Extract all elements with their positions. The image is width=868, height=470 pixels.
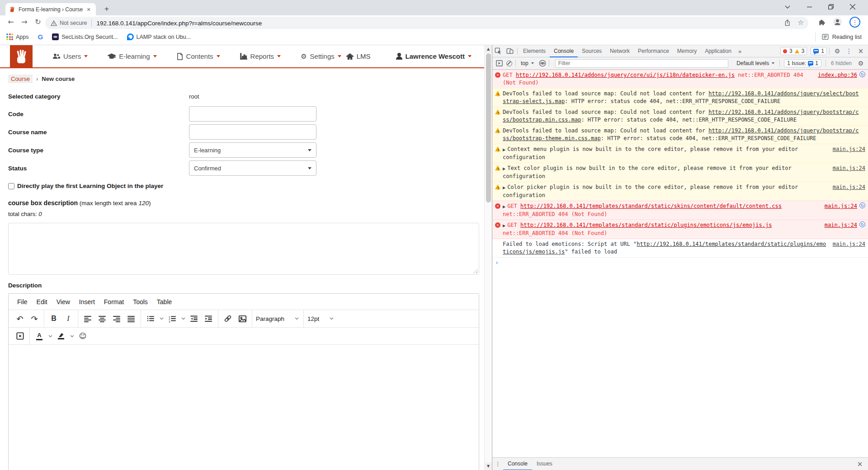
menu-tools[interactable]: Tools <box>129 296 152 307</box>
menu-file[interactable]: File <box>13 296 32 307</box>
more-tabs-icon[interactable]: » <box>736 48 744 55</box>
source-location-link[interactable]: main.js:24 <box>833 183 865 191</box>
new-tab-button[interactable]: + <box>101 4 112 14</box>
outdent-icon[interactable] <box>187 312 201 325</box>
browser-tab[interactable]: Forma E-learning › Course × <box>5 3 96 15</box>
tab-sources[interactable]: Sources <box>578 45 606 57</box>
log-levels-selector[interactable]: Default levels <box>733 60 778 66</box>
source-location-link[interactable]: main.js:24 <box>833 146 865 153</box>
drawer-close-icon[interactable]: × <box>854 460 865 468</box>
reload-icon[interactable]: ↻ <box>33 17 43 28</box>
box-description-textarea[interactable] <box>8 223 479 275</box>
tab-application[interactable]: Application <box>701 45 736 57</box>
bookmark-lamp[interactable]: LAMP stack on Ubu... <box>127 33 191 40</box>
undo-icon[interactable]: ↶ <box>13 312 27 325</box>
error-warning-badge[interactable]: 3 3 <box>780 47 807 55</box>
font-color-chevron-icon[interactable] <box>47 329 53 343</box>
nav-contents[interactable]: Contents <box>177 52 220 60</box>
breadcrumb-course-link[interactable]: Course <box>8 75 33 83</box>
bold-button[interactable]: B <box>47 312 61 325</box>
devtools-settings-gear-icon[interactable]: ⚙ <box>832 47 843 55</box>
menu-table[interactable]: Table <box>153 296 176 307</box>
nav-lms-home[interactable]: LMS <box>346 52 371 60</box>
scrollbar-thumb[interactable] <box>486 53 491 202</box>
fontsize-select[interactable]: 12pt <box>304 310 338 327</box>
nav-settings[interactable]: ⚙ Settings <box>301 52 341 61</box>
live-expression-eye-icon[interactable] <box>538 58 547 68</box>
nav-reports[interactable]: Reports <box>240 52 281 60</box>
align-center-icon[interactable] <box>95 312 109 325</box>
issues-counter[interactable]: 1 Issue: 1 <box>784 59 821 67</box>
browser-menu-icon[interactable]: ⋮ <box>849 17 860 28</box>
nav-user-menu[interactable]: Lawrence Wescott <box>396 52 472 60</box>
editor-content-area[interactable] <box>9 345 479 470</box>
menu-edit[interactable]: Edit <box>33 296 52 307</box>
menu-view[interactable]: View <box>52 296 74 307</box>
clear-console-icon[interactable] <box>504 58 514 68</box>
status-select[interactable]: Confirmed <box>189 160 316 176</box>
page-scrollbar[interactable]: ▲ ▼ <box>484 45 492 470</box>
context-selector[interactable]: top <box>517 60 538 66</box>
tab-search-chevron-icon[interactable] <box>778 0 797 14</box>
highlight-color-chevron-icon[interactable] <box>69 329 75 343</box>
inspect-element-icon[interactable] <box>492 45 504 57</box>
devtools-close-icon[interactable]: × <box>855 47 866 55</box>
embed-media-icon[interactable] <box>13 329 27 343</box>
resize-handle[interactable] <box>473 268 478 273</box>
security-label[interactable]: Not secure <box>60 20 87 26</box>
console-url-link[interactable]: http://192.168.0.141/templates/standard/… <box>520 203 782 209</box>
paragraph-select[interactable]: Paragraph <box>252 310 304 327</box>
scroll-up-arrow[interactable]: ▲ <box>485 45 492 53</box>
redo-icon[interactable]: ↷ <box>28 312 41 325</box>
url-text[interactable]: 192.168.0.141/appCore/index.php?r=alms/c… <box>96 20 262 27</box>
apps-shortcut[interactable]: Apps <box>6 33 29 40</box>
autoplay-checkbox[interactable] <box>8 183 14 189</box>
code-input[interactable] <box>189 106 316 122</box>
nav-elearning[interactable]: E-learning <box>108 52 156 60</box>
console-url-link[interactable]: http://192.168.0.141/templates/standard/… <box>503 241 826 255</box>
course-name-input[interactable] <box>189 124 316 140</box>
source-location-link[interactable]: main.js:24 <box>833 164 865 172</box>
restore-button[interactable] <box>822 0 840 14</box>
address-bar[interactable]: Not secure 192.168.0.141/appCore/index.p… <box>45 17 808 29</box>
device-toolbar-icon[interactable] <box>504 45 516 57</box>
extensions-puzzle-icon[interactable] <box>817 18 826 28</box>
console-settings-gear-icon[interactable]: ⚙ <box>855 60 866 67</box>
tab-close-icon[interactable]: × <box>85 6 92 13</box>
link-icon[interactable] <box>221 312 235 325</box>
devtools-menu-icon[interactable]: ⋮ <box>844 47 854 55</box>
console-prompt[interactable]: › <box>492 258 868 268</box>
initiator-icon[interactable]: ↻ <box>859 202 865 208</box>
bookmark-google[interactable]: G <box>38 33 43 41</box>
expand-triangle-icon[interactable]: ▶ <box>503 205 505 209</box>
bookmark-star-icon[interactable]: ☆ <box>798 19 804 27</box>
source-location-link[interactable]: index.php:36 <box>818 71 857 79</box>
console-url-link[interactable]: http://192.168.0.141/templates/standard/… <box>520 222 772 228</box>
issues-badge[interactable]: 1 <box>811 47 827 55</box>
image-icon[interactable] <box>236 312 249 325</box>
course-type-select[interactable]: E-learning <box>189 142 316 158</box>
numbered-list-chevron-icon[interactable] <box>180 312 186 325</box>
justify-icon[interactable] <box>124 312 138 325</box>
menu-insert[interactable]: Insert <box>75 296 99 307</box>
drawer-menu-icon[interactable]: ⋮ <box>492 461 503 467</box>
share-icon[interactable] <box>784 19 792 27</box>
console-url-link[interactable]: http://192.168.0.141/addons/jquery/boots… <box>503 109 859 123</box>
expand-triangle-icon[interactable]: ▶ <box>503 224 505 228</box>
console-sidebar-toggle-icon[interactable] <box>494 58 504 68</box>
expand-triangle-icon[interactable]: ▶ <box>503 148 505 152</box>
source-location-link[interactable]: main.js:24 <box>825 202 857 210</box>
align-left-icon[interactable] <box>81 312 94 325</box>
source-location-link[interactable]: main.js:24 <box>825 221 857 229</box>
console-url-link[interactable]: http://192.168.0.141/addons/jquery/selec… <box>503 90 859 104</box>
back-icon[interactable]: ← <box>5 17 16 28</box>
drawer-tab-console[interactable]: Console <box>503 458 532 470</box>
initiator-icon[interactable]: ↻ <box>859 221 865 227</box>
drawer-tab-issues[interactable]: Issues <box>532 458 557 470</box>
minimize-button[interactable] <box>800 0 818 14</box>
bookmark-seclists[interactable]: SecLists.Org Securit... <box>52 33 118 40</box>
expand-triangle-icon[interactable]: ▶ <box>503 167 505 171</box>
bullet-list-chevron-icon[interactable] <box>158 312 165 325</box>
tab-network[interactable]: Network <box>606 45 634 57</box>
initiator-icon[interactable]: ↻ <box>859 71 865 77</box>
